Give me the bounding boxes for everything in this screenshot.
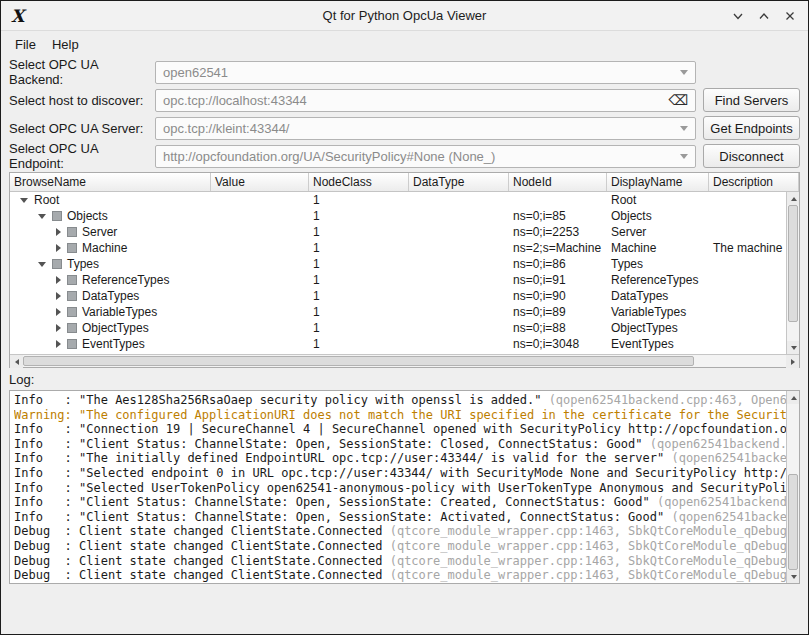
log-source: (qtcore_module_wrapper.cpp:1463, SbkQtCo… [382,568,786,582]
endpoint-combo[interactable]: http://opcfoundation.org/UA/SecurityPoli… [155,145,696,168]
column-header-displayname[interactable]: DisplayName [607,173,709,191]
log-message: Info : "Selected UserTokenPolicy open625… [14,481,786,495]
displayname-cell: DataTypes [607,289,709,303]
nodeclass-cell: 1 [309,225,409,239]
log-line: Info : "Selected UserTokenPolicy open625… [14,481,786,496]
close-button[interactable] [782,8,798,24]
get-endpoints-button[interactable]: Get Endpoints [703,116,800,140]
nodeid-cell: ns=0;i=85 [509,209,607,223]
log-output[interactable]: Info : "The Aes128Sha256RsaOaep security… [9,390,800,584]
tree-hscroll-thumb[interactable] [23,356,694,366]
browsename-cell: EventTypes [10,337,211,351]
expand-arrow-icon[interactable] [56,244,61,252]
tree-row[interactable]: ReferenceTypes1ns=0;i=91ReferenceTypes [10,272,786,288]
collapse-arrow-icon[interactable] [20,198,28,203]
tree-row[interactable]: Types1ns=0;i=86Types [10,256,786,272]
backend-value: open62541 [163,65,228,80]
log-vertical-scrollbar[interactable] [786,391,799,583]
tree-horizontal-scrollbar[interactable] [10,354,799,367]
collapse-arrow-icon[interactable] [38,262,46,267]
displayname-cell: EventTypes [607,337,709,351]
column-header-nodeid[interactable]: NodeId [509,173,607,191]
column-header-nodeclass[interactable]: NodeClass [309,173,409,191]
arrow-down-icon [791,575,797,579]
tree-row[interactable]: EventTypes1ns=0;i=3048EventTypes [10,336,786,352]
endpoint-value: http://opcfoundation.org/UA/SecurityPoli… [163,149,495,164]
window-title: Qt for Python OpcUa Viewer [1,8,808,23]
browsename-cell: Objects [10,209,211,223]
displayname-cell: Root [607,193,709,207]
expand-arrow-icon[interactable] [56,276,61,284]
column-header-value[interactable]: Value [211,173,309,191]
scroll-up-button[interactable] [787,391,800,404]
nodeid-cell: ns=0;i=90 [509,289,607,303]
browsename-cell: ReferenceTypes [10,273,211,287]
log-message: Info : "Connection 19 | SecureChannel 4 … [14,422,786,436]
server-label: Select OPC UA Server: [9,121,155,136]
arrow-right-icon [791,359,795,365]
scroll-down-button[interactable] [787,570,800,583]
log-message: Info : "Client Status: ChannelState: Ope… [14,510,664,524]
host-input[interactable]: opc.tcp://localhost:43344 ⌫ [155,89,696,112]
tree-row[interactable]: Server1ns=0;i=2253Server [10,224,786,240]
nodeid-cell: ns=0;i=2253 [509,225,607,239]
expand-arrow-icon[interactable] [56,324,61,332]
chevron-down-icon [731,9,745,23]
nodeclass-cell: 1 [309,273,409,287]
server-combo[interactable]: opc.tcp://kleint:43344/ [155,117,696,140]
browse-name-text: ObjectTypes [82,321,149,335]
nodeid-cell: ns=0;i=91 [509,273,607,287]
log-message: Info : "The Aes128Sha256RsaOaep security… [14,393,541,407]
tree-row[interactable]: Machine1ns=2;s=MachineMachineThe machine [10,240,786,256]
browse-name-text: ReferenceTypes [82,273,169,287]
tree-row[interactable]: Objects1ns=0;i=85Objects [10,208,786,224]
scroll-up-button[interactable] [787,192,799,205]
close-icon [783,9,797,23]
displayname-cell: Machine [607,241,709,255]
clear-icon[interactable]: ⌫ [668,93,688,107]
tree-row[interactable]: Root1Root [10,192,786,208]
menu-item-file[interactable]: File [7,34,44,55]
maximize-button[interactable] [756,8,772,24]
expand-arrow-icon[interactable] [56,308,61,316]
find-servers-slot: Find Servers [703,88,800,112]
arrow-up-icon [791,197,797,201]
log-vscroll-thumb[interactable] [788,474,798,570]
tree-vscroll-thumb[interactable] [788,205,798,322]
expand-arrow-icon[interactable] [56,228,61,236]
collapse-arrow-icon[interactable] [38,214,46,219]
tree-row[interactable]: ObjectTypes1ns=0;i=88ObjectTypes [10,320,786,336]
expand-arrow-icon[interactable] [56,340,61,348]
menu-item-help[interactable]: Help [44,34,87,55]
node-icon [52,211,62,221]
log-source: (qtcore_module_wrapper.cpp:1463, SbkQtCo… [382,539,786,553]
column-header-description[interactable]: Description [709,173,799,191]
scroll-right-button[interactable] [786,355,799,368]
scroll-left-button[interactable] [10,355,23,368]
scroll-down-button[interactable] [787,341,799,354]
node-icon [67,243,77,253]
displayname-cell: Types [607,257,709,271]
browse-name-text: Machine [82,241,127,255]
expand-arrow-icon[interactable] [56,292,61,300]
tree-vscroll-track[interactable] [787,205,799,341]
column-header-browsename[interactable]: BrowseName [10,173,211,191]
log-vscroll-track[interactable] [787,404,799,570]
column-header-datatype[interactable]: DataType [409,173,509,191]
find-servers-button[interactable]: Find Servers [703,88,800,112]
log-line: Info : "Client Status: ChannelState: Ope… [14,510,786,525]
server-value: opc.tcp://kleint:43344/ [163,121,289,136]
tree-hscroll-track[interactable] [23,355,786,367]
chevron-down-icon [680,126,688,131]
chevron-down-icon [680,154,688,159]
log-source: (qopen62541backend. [664,451,786,465]
tree-row[interactable]: VariableTypes1ns=0;i=89VariableTypes [10,304,786,320]
browse-name-text: Root [34,193,59,207]
disconnect-button[interactable]: Disconnect [703,144,800,168]
host-value: opc.tcp://localhost:43344 [163,93,307,108]
tree-vertical-scrollbar[interactable] [786,192,799,354]
minimize-button[interactable] [730,8,746,24]
browsename-cell: Machine [10,241,211,255]
tree-row[interactable]: DataTypes1ns=0;i=90DataTypes [10,288,786,304]
backend-combo[interactable]: open62541 [155,61,696,84]
